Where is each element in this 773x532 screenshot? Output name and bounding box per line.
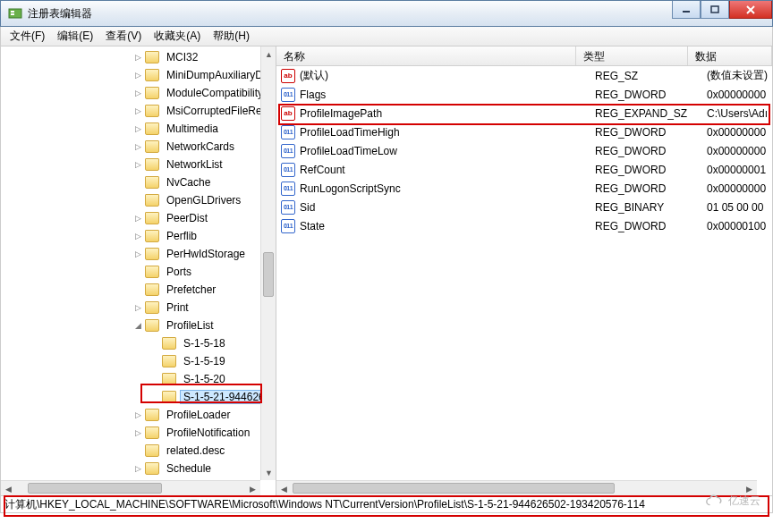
tree-item[interactable]: ▷Print <box>1 299 276 317</box>
value-row[interactable]: ab(默认)REG_SZ(数值未设置) <box>276 66 772 85</box>
folder-icon <box>145 248 159 260</box>
folder-icon <box>162 391 176 403</box>
expand-icon[interactable]: ▷ <box>132 52 143 63</box>
tree-item[interactable]: ▷MCI32 <box>1 48 276 66</box>
tree-item[interactable]: ▷Perflib <box>1 227 276 245</box>
col-name[interactable]: 名称 <box>276 46 576 65</box>
col-data[interactable]: 数据 <box>688 46 772 65</box>
value-row[interactable]: 011RefCountREG_DWORD0x00000001 <box>276 160 772 179</box>
expand-icon[interactable]: ▷ <box>132 427 143 438</box>
tree-item[interactable]: ▷PerHwIdStorage <box>1 245 276 263</box>
tree-item[interactable]: NvCache <box>1 173 276 191</box>
tree-item[interactable]: ▷Schedule <box>1 460 276 477</box>
tree-item-label: related.desc <box>163 444 228 457</box>
expand-icon[interactable]: ◢ <box>132 320 143 331</box>
expand-icon[interactable]: ▷ <box>132 106 143 116</box>
value-data: C:\Users\Adı <box>707 107 772 120</box>
tree-item-label: PerHwIdStorage <box>163 248 249 260</box>
expand-icon[interactable]: ▷ <box>132 159 143 170</box>
content-split: ▷MCI32▷MiniDumpAuxiliaryD▷ModuleCompatib… <box>0 46 773 495</box>
tree-item[interactable]: S-1-5-18 <box>1 334 276 352</box>
menu-edit[interactable]: 编辑(E) <box>52 27 98 46</box>
tree-item[interactable]: ▷PeerDist <box>1 209 276 227</box>
tree-item-label: MiniDumpAuxiliaryD <box>163 69 267 81</box>
tree-item[interactable]: ◢ProfileList <box>1 317 276 334</box>
expand-icon[interactable]: ▷ <box>132 213 143 224</box>
menu-favorites[interactable]: 收藏夹(A) <box>149 27 206 46</box>
tree-item-label: Print <box>163 301 192 314</box>
tree-item[interactable]: ▷MiniDumpAuxiliaryD <box>1 66 276 84</box>
expand-icon[interactable]: ▷ <box>132 249 143 259</box>
value-name: Sid <box>300 201 595 214</box>
tree-item[interactable]: ▷NetworkCards <box>1 138 276 156</box>
tree-item[interactable]: S-1-5-21-944626 <box>1 388 276 406</box>
tree-scrollbar-horizontal[interactable]: ◀ ▶ <box>1 480 260 495</box>
col-type[interactable]: 类型 <box>576 46 688 65</box>
list-scrollbar-horizontal[interactable]: ◀ ▶ <box>276 480 757 495</box>
value-type: REG_DWORD <box>595 126 707 139</box>
menu-help[interactable]: 帮助(H) <box>208 27 255 46</box>
expand-icon <box>132 177 143 188</box>
expand-icon[interactable]: ▷ <box>132 231 143 241</box>
svg-rect-1 <box>11 11 14 13</box>
expand-icon[interactable]: ▷ <box>132 410 143 420</box>
folder-icon <box>145 409 159 421</box>
value-type: REG_DWORD <box>595 89 707 101</box>
tree-item[interactable]: Ports <box>1 263 276 281</box>
tree-item[interactable]: S-1-5-20 <box>1 370 276 388</box>
folder-icon <box>162 337 176 350</box>
value-row[interactable]: 011RunLogonScriptSyncREG_DWORD0x00000000 <box>276 179 772 198</box>
expand-icon[interactable]: ▷ <box>132 70 143 80</box>
tree-item-label: Multimedia <box>163 122 222 135</box>
tree-item[interactable]: ▷ModuleCompatibility <box>1 84 276 102</box>
tree-item[interactable]: related.desc <box>1 442 276 460</box>
value-row[interactable]: abProfileImagePathREG_EXPAND_SZC:\Users\… <box>276 104 772 122</box>
tree-pane: ▷MCI32▷MiniDumpAuxiliaryD▷ModuleCompatib… <box>1 46 276 495</box>
expand-icon[interactable]: ▷ <box>132 123 143 134</box>
tree-item[interactable]: ▷ProfileLoader <box>1 406 276 424</box>
value-data: (数值未设置) <box>707 68 772 83</box>
tree-item[interactable]: OpenGLDrivers <box>1 191 276 209</box>
folder-icon <box>145 301 159 314</box>
value-row[interactable]: 011SidREG_BINARY01 05 00 00 <box>276 198 772 216</box>
folder-icon <box>145 140 159 153</box>
binary-value-icon: 011 <box>280 144 296 158</box>
value-list[interactable]: ab(默认)REG_SZ(数值未设置)011FlagsREG_DWORD0x00… <box>276 66 772 235</box>
value-row[interactable]: 011StateREG_DWORD0x00000100 <box>276 216 772 235</box>
expand-icon[interactable]: ▷ <box>132 88 143 98</box>
tree-item[interactable]: Prefetcher <box>1 281 276 299</box>
value-name: ProfileImagePath <box>300 107 595 120</box>
folder-icon <box>145 230 159 242</box>
binary-value-icon: 011 <box>280 200 296 215</box>
tree-item[interactable]: ▷ProfileNotification <box>1 424 276 442</box>
tree-item[interactable]: S-1-5-19 <box>1 352 276 370</box>
tree-scrollbar-vertical[interactable]: ▲ ▼ <box>260 46 276 480</box>
tree-item[interactable]: ▷NetworkList <box>1 156 276 173</box>
expand-icon[interactable]: ▷ <box>132 302 143 313</box>
folder-icon <box>145 122 159 135</box>
registry-tree[interactable]: ▷MCI32▷MiniDumpAuxiliaryD▷ModuleCompatib… <box>1 46 276 495</box>
binary-value-icon: 011 <box>280 219 296 233</box>
value-row[interactable]: 011FlagsREG_DWORD0x00000000 <box>276 85 772 104</box>
tree-item-label: ProfileLoader <box>163 409 234 421</box>
tree-item-label: ProfileNotification <box>163 426 253 439</box>
close-button[interactable] <box>729 1 772 19</box>
menu-view[interactable]: 查看(V) <box>100 27 147 46</box>
menu-file[interactable]: 文件(F) <box>4 27 50 46</box>
folder-icon <box>145 176 159 189</box>
tree-item[interactable]: ▷MsiCorruptedFileRec <box>1 102 276 120</box>
expand-icon <box>149 338 160 349</box>
folder-icon <box>145 426 159 439</box>
expand-icon[interactable]: ▷ <box>132 141 143 152</box>
expand-icon[interactable]: ▷ <box>132 463 143 474</box>
tree-item-label: NetworkCards <box>163 140 238 153</box>
folder-icon <box>145 69 159 81</box>
folder-icon <box>145 462 159 475</box>
value-row[interactable]: 011ProfileLoadTimeLowREG_DWORD0x00000000 <box>276 141 772 160</box>
maximize-button[interactable] <box>701 1 729 19</box>
minimize-button[interactable] <box>672 1 701 19</box>
value-data: 0x00000001 <box>707 164 772 176</box>
value-row[interactable]: 011ProfileLoadTimeHighREG_DWORD0x0000000… <box>276 122 772 141</box>
tree-item[interactable]: ▷Multimedia <box>1 120 276 138</box>
value-name: RefCount <box>300 164 595 176</box>
